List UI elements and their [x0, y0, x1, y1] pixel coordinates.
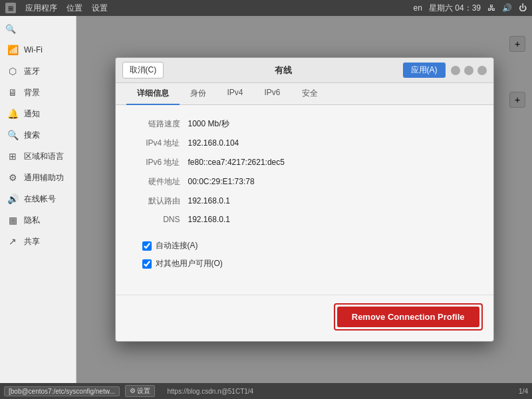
apply-button[interactable]: 应用(A) — [403, 63, 446, 78]
dialog-footer: Remove Connection Profile — [116, 295, 493, 341]
background-icon: 🖥 — [7, 86, 19, 98]
tab-ipv6[interactable]: IPv6 — [254, 83, 291, 105]
link-speed-value: 1000 Mb/秒 — [188, 118, 229, 130]
sidebar-item-label: Wi-Fi — [24, 45, 43, 55]
ipv6-label: IPv6 地址 — [132, 157, 188, 168]
other-users-row: 对其他用户可用(O) — [132, 258, 477, 269]
online-icon: 🔊 — [7, 193, 19, 205]
search-sidebar-icon: 🔍 — [7, 129, 19, 141]
app-icon: ⊞ — [5, 3, 16, 13]
sidebar-item-label: 蓝牙 — [24, 66, 40, 77]
cancel-button[interactable]: 取消(C) — [122, 62, 164, 78]
hardware-row: 硬件地址 00:0C:29:E1:73:78 — [132, 176, 477, 188]
window-controls: – □ × — [451, 66, 487, 75]
close-button[interactable]: × — [477, 66, 487, 75]
sidebar-item-label: 通知 — [24, 108, 40, 120]
dialog-overlay: 取消(C) 有线 应用(A) – □ × 详细信息 身份 IPv4 IPv6 安… — [76, 16, 532, 383]
main-area: 🔍 📶 Wi-Fi ⬡ 蓝牙 🖥 背景 🔔 通知 🔍 搜索 ⊞ 区域和语言 ⚙ — [0, 16, 532, 383]
sidebar-item-label: 通用辅助功 — [24, 172, 64, 184]
taskbar-terminal[interactable]: [bob@centos7:/etc/sysconfig/netw... — [4, 386, 120, 396]
hardware-label: 硬件地址 — [132, 176, 188, 188]
dns-label: DNS — [132, 215, 188, 224]
gateway-label: 默认路由 — [132, 196, 188, 207]
region-icon: ⊞ — [7, 150, 19, 162]
gateway-value: 192.168.0.1 — [188, 196, 230, 205]
sidebar-item-online[interactable]: 🔊 在线帐号 — [0, 188, 76, 209]
sidebar-item-region[interactable]: ⊞ 区域和语言 — [0, 146, 76, 167]
link-speed-row: 链路速度 1000 Mb/秒 — [132, 118, 477, 130]
tab-identity[interactable]: 身份 — [180, 83, 217, 105]
gateway-row: 默认路由 192.168.0.1 — [132, 196, 477, 207]
sidebar-item-label: 搜索 — [24, 130, 40, 141]
notification-icon: 🔔 — [7, 108, 19, 120]
other-users-label[interactable]: 对其他用户可用(O) — [156, 258, 223, 269]
sidebar-item-background[interactable]: 🖥 背景 — [0, 82, 76, 103]
auto-connect-label[interactable]: 自动连接(A) — [156, 240, 198, 251]
auto-connect-row: 自动连接(A) — [132, 240, 477, 251]
taskbar: [bob@centos7:/etc/sysconfig/netw... ⚙ 设置… — [0, 383, 532, 399]
tab-security[interactable]: 安全 — [291, 83, 329, 105]
sidebar-item-notifications[interactable]: 🔔 通知 — [0, 103, 76, 124]
sidebar-item-label: 在线帐号 — [24, 194, 56, 205]
sidebar: 🔍 📶 Wi-Fi ⬡ 蓝牙 🖥 背景 🔔 通知 🔍 搜索 ⊞ 区域和语言 ⚙ — [0, 16, 76, 383]
privacy-icon: ▦ — [7, 214, 19, 226]
other-users-checkbox[interactable] — [142, 259, 152, 269]
network-icon: 🖧 — [487, 3, 495, 13]
wifi-icon: 📶 — [7, 44, 19, 56]
taskbar-page-info: 1/4 — [519, 388, 528, 395]
power-icon: ⏻ — [519, 3, 527, 13]
volume-icon: 🔊 — [502, 3, 512, 13]
ipv4-label: IPv4 地址 — [132, 138, 188, 149]
ipv4-row: IPv4 地址 192.168.0.104 — [132, 138, 477, 149]
sidebar-item-search[interactable]: 🔍 搜索 — [0, 124, 76, 146]
sidebar-item-accessibility[interactable]: ⚙ 通用辅助功 — [0, 167, 76, 188]
sidebar-item-label: 共享 — [24, 236, 40, 247]
ipv6-value: fe80::cea7:4217:2621:dec5 — [188, 158, 285, 167]
taskbar-url: https://blog.csdn.n@51CT1/4 — [160, 388, 513, 395]
bluetooth-icon: ⬡ — [7, 65, 19, 77]
remove-btn-wrapper: Remove Connection Profile — [334, 303, 483, 331]
sidebar-item-wifi[interactable]: 📶 Wi-Fi — [0, 39, 76, 61]
sidebar-item-bluetooth[interactable]: ⬡ 蓝牙 — [0, 61, 76, 82]
sharing-icon: ↗ — [7, 235, 19, 247]
search-icon: 🔍 — [5, 24, 16, 34]
link-speed-label: 链路速度 — [132, 118, 188, 130]
dialog-titlebar: 取消(C) 有线 应用(A) – □ × — [116, 58, 493, 83]
tab-ipv4[interactable]: IPv4 — [217, 83, 254, 105]
accessibility-icon: ⚙ — [7, 172, 19, 184]
settings-menu[interactable]: 设置 — [92, 3, 108, 14]
sidebar-item-label: 背景 — [24, 87, 40, 98]
sidebar-item-sharing[interactable]: ↗ 共享 — [0, 231, 76, 252]
sidebar-item-label: 区域和语言 — [24, 151, 64, 162]
minimize-button[interactable]: – — [451, 66, 460, 75]
dns-value: 192.168.0.1 — [188, 215, 230, 224]
remove-connection-button[interactable]: Remove Connection Profile — [337, 307, 479, 327]
dns-row: DNS 192.168.0.1 — [132, 215, 477, 224]
sidebar-search-area: 🔍 — [0, 21, 76, 37]
wired-dialog: 取消(C) 有线 应用(A) – □ × 详细信息 身份 IPv4 IPv6 安… — [115, 57, 494, 342]
dialog-content: 链路速度 1000 Mb/秒 IPv4 地址 192.168.0.104 IPv… — [116, 105, 493, 289]
datetime-label: 星期六 04：39 — [429, 3, 481, 14]
ipv4-value: 192.168.0.104 — [188, 138, 239, 148]
tab-details[interactable]: 详细信息 — [126, 83, 180, 105]
sidebar-item-label: 隐私 — [24, 215, 40, 226]
ipv6-row: IPv6 地址 fe80::cea7:4217:2621:dec5 — [132, 157, 477, 168]
sidebar-item-privacy[interactable]: ▦ 隐私 — [0, 209, 76, 231]
top-menubar: ⊞ 应用程序 位置 设置 en 星期六 04：39 🖧 🔊 ⏻ — [0, 0, 532, 16]
taskbar-settings[interactable]: ⚙ 设置 — [125, 385, 156, 397]
locale-label: en — [414, 3, 422, 13]
maximize-button[interactable]: □ — [464, 66, 473, 75]
dialog-tabs: 详细信息 身份 IPv4 IPv6 安全 — [116, 83, 493, 105]
position-menu[interactable]: 位置 — [66, 3, 82, 14]
auto-connect-checkbox[interactable] — [142, 241, 152, 251]
dialog-title: 有线 — [169, 65, 397, 76]
app-menu[interactable]: 应用程序 — [25, 3, 57, 14]
hardware-value: 00:0C:29:E1:73:78 — [188, 177, 255, 186]
